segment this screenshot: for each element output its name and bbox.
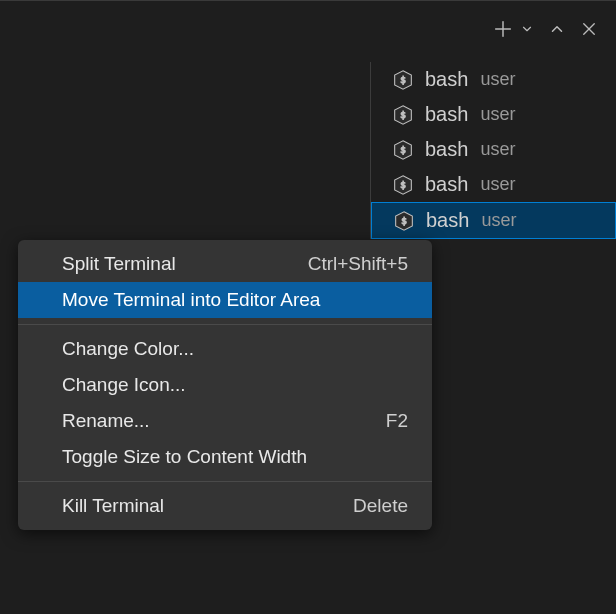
terminal-context-menu: Split Terminal Ctrl+Shift+5 Move Termina… — [18, 240, 432, 530]
menu-item-rename[interactable]: Rename... F2 — [18, 403, 432, 439]
bash-icon: $ — [394, 210, 414, 232]
menu-item-split-terminal[interactable]: Split Terminal Ctrl+Shift+5 — [18, 246, 432, 282]
terminal-tab[interactable]: $ bash user — [383, 167, 616, 202]
menu-separator — [18, 324, 432, 325]
terminal-tab[interactable]: $ bash user — [383, 97, 616, 132]
bash-icon: $ — [393, 69, 413, 91]
chevron-up-icon[interactable] — [548, 20, 566, 38]
menu-separator — [18, 481, 432, 482]
plus-icon[interactable] — [492, 18, 514, 40]
svg-text:$: $ — [400, 74, 406, 85]
user-name: user — [480, 69, 515, 90]
menu-item-change-color[interactable]: Change Color... — [18, 331, 432, 367]
menu-item-kill-terminal[interactable]: Kill Terminal Delete — [18, 488, 432, 524]
menu-item-toggle-size[interactable]: Toggle Size to Content Width — [18, 439, 432, 475]
close-icon[interactable] — [580, 20, 598, 38]
menu-item-change-icon[interactable]: Change Icon... — [18, 367, 432, 403]
menu-label: Move Terminal into Editor Area — [62, 289, 320, 311]
menu-item-move-terminal-into-editor[interactable]: Move Terminal into Editor Area — [18, 282, 432, 318]
terminal-tab[interactable]: $ bash user — [383, 132, 616, 167]
svg-text:$: $ — [401, 215, 407, 226]
terminal-tab-selected[interactable]: $ bash user — [371, 202, 616, 239]
bash-icon: $ — [393, 139, 413, 161]
terminal-tab[interactable]: $ bash user — [383, 62, 616, 97]
shell-name: bash — [425, 103, 468, 126]
menu-shortcut: Delete — [353, 495, 408, 517]
user-name: user — [481, 210, 516, 231]
shell-name: bash — [425, 68, 468, 91]
svg-text:$: $ — [400, 109, 406, 120]
menu-label: Kill Terminal — [62, 495, 164, 517]
svg-text:$: $ — [400, 179, 406, 190]
terminal-tabs-sidebar: $ bash user $ bash user $ bash user $ ba… — [370, 62, 616, 239]
menu-shortcut: Ctrl+Shift+5 — [308, 253, 408, 275]
menu-label: Toggle Size to Content Width — [62, 446, 307, 468]
chevron-down-icon[interactable] — [520, 22, 534, 36]
user-name: user — [480, 104, 515, 125]
menu-label: Change Icon... — [62, 374, 186, 396]
panel-top-border — [0, 0, 616, 1]
shell-name: bash — [425, 173, 468, 196]
bash-icon: $ — [393, 174, 413, 196]
menu-label: Split Terminal — [62, 253, 176, 275]
menu-shortcut: F2 — [386, 410, 408, 432]
user-name: user — [480, 174, 515, 195]
bash-icon: $ — [393, 104, 413, 126]
new-terminal-group — [492, 18, 534, 40]
shell-name: bash — [425, 138, 468, 161]
menu-label: Rename... — [62, 410, 150, 432]
user-name: user — [480, 139, 515, 160]
menu-label: Change Color... — [62, 338, 194, 360]
svg-text:$: $ — [400, 144, 406, 155]
terminal-toolbar — [492, 18, 598, 40]
shell-name: bash — [426, 209, 469, 232]
